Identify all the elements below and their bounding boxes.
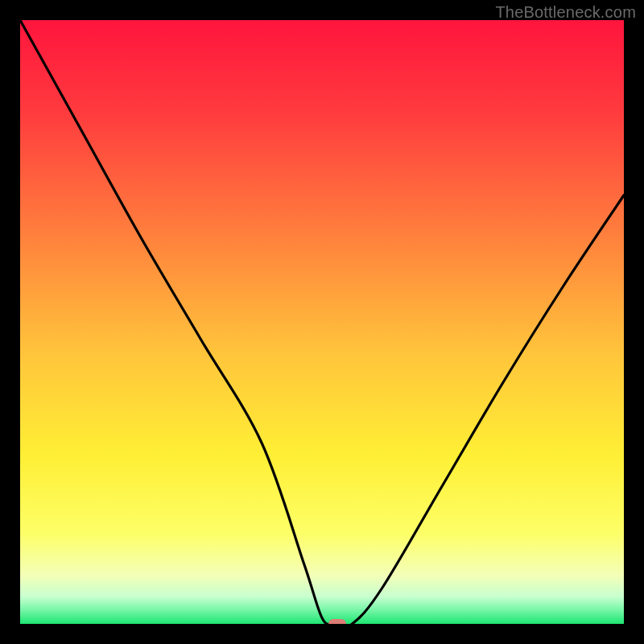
plot-area (20, 20, 624, 624)
chart-frame: TheBottleneck.com (0, 0, 644, 644)
optimal-point-marker (328, 619, 346, 624)
bottleneck-curve (20, 20, 624, 624)
watermark-text: TheBottleneck.com (495, 3, 636, 22)
